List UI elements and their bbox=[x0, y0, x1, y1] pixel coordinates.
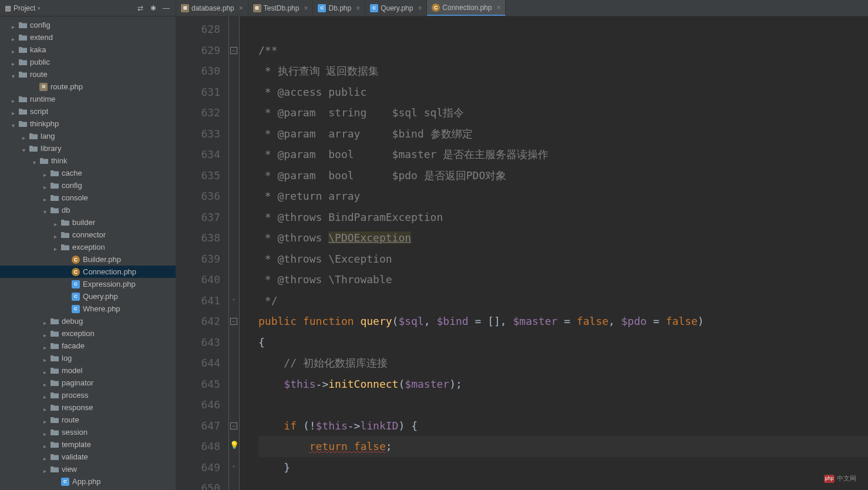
arrow-icon[interactable] bbox=[43, 368, 49, 374]
code-line-634[interactable]: * @param bool $master 是否在主服务器读操作 bbox=[258, 144, 868, 165]
arrow-icon[interactable] bbox=[12, 59, 18, 65]
code-area[interactable]: /** * 执行查询 返回数据集 * @access public * @par… bbox=[240, 16, 868, 490]
arrow-icon[interactable] bbox=[12, 121, 18, 127]
tree-item-runtime[interactable]: runtime bbox=[0, 93, 176, 105]
code-line-630[interactable]: * 执行查询 返回数据集 bbox=[258, 61, 868, 82]
tree-item-paginator[interactable]: paginator bbox=[0, 377, 176, 389]
tree-item-session[interactable]: session bbox=[0, 426, 176, 438]
code-line-629[interactable]: /** bbox=[258, 40, 868, 61]
code-line-638[interactable]: * @throws \PDOException bbox=[258, 227, 868, 249]
tab-db-php[interactable]: CDb.php× bbox=[313, 0, 365, 16]
close-icon[interactable]: × bbox=[496, 4, 500, 12]
arrow-icon[interactable] bbox=[54, 232, 60, 238]
tab-database-php[interactable]: ⊞database.php× bbox=[176, 0, 248, 16]
tree-item-extend[interactable]: extend bbox=[0, 31, 176, 43]
arrow-icon[interactable] bbox=[12, 72, 18, 78]
arrow-icon[interactable] bbox=[54, 244, 60, 250]
tree-item-exception[interactable]: exception bbox=[0, 327, 176, 340]
code-line-642[interactable]: public function query($sql, $bind = [], … bbox=[258, 311, 868, 332]
arrow-icon[interactable] bbox=[43, 183, 49, 189]
arrow-icon[interactable] bbox=[12, 47, 18, 53]
close-icon[interactable]: × bbox=[304, 4, 308, 12]
code-line-648[interactable]: return false; bbox=[258, 436, 868, 457]
tree-item-debug[interactable]: debug bbox=[0, 315, 176, 327]
code-line-644[interactable]: // 初始化数据库连接 bbox=[258, 353, 868, 374]
tree-item-cache[interactable]: cache bbox=[0, 167, 176, 179]
code-line-647[interactable]: if (!$this->linkID) { bbox=[258, 415, 868, 437]
code-line-635[interactable]: * @param bool $pdo 是否返回PDO对象 bbox=[258, 165, 868, 186]
code-line-637[interactable]: * @throws BindParamException bbox=[258, 207, 868, 228]
tree-item-exception[interactable]: exception bbox=[0, 241, 176, 253]
arrow-icon[interactable] bbox=[43, 170, 49, 176]
tree-item-connector[interactable]: connector bbox=[0, 229, 176, 241]
code-line-633[interactable]: * @param array $bind 参数绑定 bbox=[258, 123, 868, 145]
tree-item-builder-php[interactable]: CBuilder.php bbox=[0, 253, 176, 266]
project-tree[interactable]: configextendkakapublicroute⊞route.phprun… bbox=[0, 16, 176, 490]
code-line-640[interactable]: * @throws \Throwable bbox=[258, 269, 868, 290]
arrow-icon[interactable] bbox=[43, 405, 49, 411]
tree-item-expression-php[interactable]: CExpression.php bbox=[0, 278, 176, 290]
arrow-icon[interactable] bbox=[43, 392, 49, 398]
code-line-632[interactable]: * @param string $sql sql指令 bbox=[258, 102, 868, 123]
tab-query-php[interactable]: CQuery.php× bbox=[365, 0, 427, 16]
tree-item-process[interactable]: process bbox=[0, 389, 176, 401]
tree-item-where-php[interactable]: CWhere.php bbox=[0, 303, 176, 315]
collapse-icon[interactable]: — bbox=[162, 4, 171, 13]
project-dropdown[interactable]: ▦ Project ▾ bbox=[5, 4, 41, 12]
tree-item-view[interactable]: view bbox=[0, 463, 176, 475]
arrow-icon[interactable] bbox=[12, 109, 18, 115]
tree-item-lang[interactable]: lang bbox=[0, 130, 176, 142]
code-line-649[interactable]: } bbox=[258, 457, 868, 478]
arrow-icon[interactable] bbox=[43, 207, 49, 213]
tree-item-thinkphp[interactable]: thinkphp bbox=[0, 118, 176, 130]
tree-item-app-php[interactable]: CApp.php bbox=[0, 475, 176, 488]
tree-item-route[interactable]: route bbox=[0, 414, 176, 426]
tree-item-route-php[interactable]: ⊞route.php bbox=[0, 80, 176, 93]
arrow-icon[interactable] bbox=[12, 22, 18, 28]
arrow-icon[interactable] bbox=[33, 158, 39, 164]
code-line-636[interactable]: * @return array bbox=[258, 186, 868, 207]
arrow-icon[interactable] bbox=[12, 96, 18, 102]
arrow-icon[interactable] bbox=[22, 133, 28, 139]
code-line-645[interactable]: $this->initConnect($master); bbox=[258, 374, 868, 395]
arrow-icon[interactable] bbox=[43, 318, 49, 324]
code-line-641[interactable]: */ bbox=[258, 290, 868, 311]
tree-item-route[interactable]: route bbox=[0, 68, 176, 80]
arrow-icon[interactable] bbox=[12, 35, 18, 41]
tree-item-console[interactable]: console bbox=[0, 192, 176, 204]
fold-toggle[interactable]: − bbox=[230, 318, 237, 325]
code-line-639[interactable]: * @throws \Exception bbox=[258, 249, 868, 270]
tree-item-config[interactable]: config bbox=[0, 19, 176, 31]
close-icon[interactable]: × bbox=[239, 4, 243, 12]
tree-item-kaka[interactable]: kaka bbox=[0, 43, 176, 56]
tree-item-script[interactable]: script bbox=[0, 105, 176, 118]
tree-item-template[interactable]: template bbox=[0, 438, 176, 451]
tree-item-library[interactable]: library bbox=[0, 142, 176, 155]
tree-item-model[interactable]: model bbox=[0, 364, 176, 377]
tree-item-db[interactable]: db bbox=[0, 204, 176, 216]
arrow-icon[interactable] bbox=[43, 343, 49, 349]
arrow-icon[interactable] bbox=[43, 380, 49, 386]
code-line-646[interactable] bbox=[258, 394, 868, 415]
arrow-icon[interactable] bbox=[43, 417, 49, 423]
tree-item-think[interactable]: think bbox=[0, 155, 176, 167]
tree-item-validate[interactable]: validate bbox=[0, 451, 176, 463]
gear-icon[interactable]: ✱ bbox=[149, 4, 158, 13]
code-line-631[interactable]: * @access public bbox=[258, 82, 868, 103]
fold-toggle[interactable]: ⌃ bbox=[230, 464, 237, 471]
arrow-icon[interactable] bbox=[43, 195, 49, 201]
fold-toggle[interactable]: ⌃ bbox=[230, 297, 237, 304]
arrow-icon[interactable] bbox=[54, 220, 60, 226]
fold-toggle[interactable]: − bbox=[230, 47, 237, 54]
arrow-icon[interactable] bbox=[43, 466, 49, 472]
arrow-icon[interactable] bbox=[22, 146, 28, 152]
close-icon[interactable]: × bbox=[418, 4, 422, 12]
tree-item-query-php[interactable]: CQuery.php bbox=[0, 290, 176, 303]
arrow-icon[interactable] bbox=[43, 429, 49, 435]
tab-connection-php[interactable]: CConnection.php× bbox=[427, 0, 506, 16]
tree-item-facade[interactable]: facade bbox=[0, 340, 176, 352]
locate-icon[interactable]: ⇄ bbox=[136, 4, 145, 13]
tree-item-public[interactable]: public bbox=[0, 56, 176, 68]
tab-testdb-php[interactable]: ⊞TestDb.php× bbox=[248, 0, 314, 16]
tree-item-log[interactable]: log bbox=[0, 352, 176, 364]
